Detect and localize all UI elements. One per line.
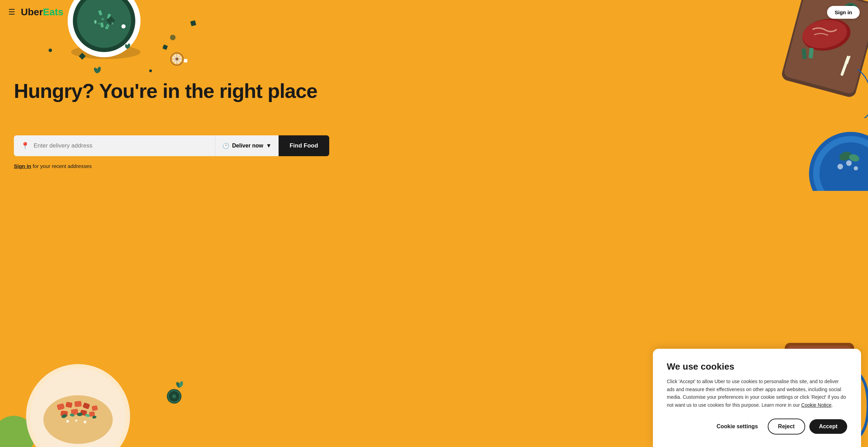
accept-button[interactable]: Accept <box>809 419 847 434</box>
deliver-now-label: Deliver now <box>232 143 263 149</box>
logo: Uber Eats <box>21 7 63 18</box>
cookie-banner-text: Click 'Accept' to allow Uber to use cook… <box>667 378 847 409</box>
kiwi-slice <box>170 52 184 67</box>
cookie-notice-link[interactable]: Cookie Notice <box>801 402 832 408</box>
sign-in-button[interactable]: Sign in <box>827 6 860 19</box>
header: ☰ Uber Eats Sign in <box>0 0 868 24</box>
hero-text-block: Hungry? You're in the right place <box>14 80 556 102</box>
cookie-banner-title: We use cookies <box>667 361 847 372</box>
logo-eats-text: Eats <box>43 7 63 18</box>
search-area: 📍 🕐 Deliver now ▼ Find Food <box>14 135 329 156</box>
svg-point-69 <box>172 394 176 398</box>
address-input-wrapper: 📍 <box>14 135 215 156</box>
chevron-down-icon: ▼ <box>266 143 272 149</box>
right-side-plate <box>799 104 868 192</box>
sign-in-link[interactable]: Sign in <box>14 163 31 169</box>
scatter-dot-1 <box>49 49 52 52</box>
hero-section: ☰ Uber Eats Sign in <box>0 0 868 447</box>
cookie-settings-button[interactable]: Cookie settings <box>711 419 763 434</box>
svg-point-62 <box>66 420 69 423</box>
sign-in-link-area: Sign in for your recent addresses <box>14 163 92 169</box>
svg-point-40 <box>846 160 852 166</box>
scatter-square-3 <box>184 59 188 63</box>
find-food-button[interactable]: Find Food <box>279 135 329 156</box>
sign-in-suffix-text: for your recent addresses <box>31 163 92 169</box>
cookie-banner: We use cookies Click 'Accept' to allow U… <box>653 349 861 447</box>
header-left: ☰ Uber Eats <box>8 7 63 18</box>
bottom-left-food-plate <box>21 355 139 447</box>
svg-point-41 <box>854 166 858 170</box>
scatter-dot-4 <box>170 35 176 40</box>
logo-uber-text: Uber <box>21 7 43 18</box>
svg-point-39 <box>837 164 843 169</box>
hero-title: Hungry? You're in the right place <box>14 80 556 102</box>
clock-icon: 🕐 <box>222 143 229 149</box>
herb-decoration <box>92 64 102 76</box>
svg-point-64 <box>84 421 86 423</box>
svg-point-63 <box>75 420 77 422</box>
reject-button[interactable]: Reject <box>768 419 805 435</box>
location-icon: 📍 <box>21 142 29 150</box>
svg-rect-50 <box>74 401 82 407</box>
cookie-banner-buttons: Cookie settings Reject Accept <box>667 419 847 435</box>
hamburger-menu-icon[interactable]: ☰ <box>8 8 15 17</box>
address-input[interactable] <box>34 142 208 149</box>
deliver-now-dropdown[interactable]: 🕐 Deliver now ▼ <box>215 135 279 156</box>
svg-point-11 <box>106 25 108 27</box>
coin-decoration-1 <box>167 389 182 405</box>
herb-decoration-2 <box>123 42 131 51</box>
scatter-dot-2 <box>149 69 152 72</box>
scatter-square-1 <box>162 44 168 50</box>
scatter-dot-3 <box>121 24 126 28</box>
